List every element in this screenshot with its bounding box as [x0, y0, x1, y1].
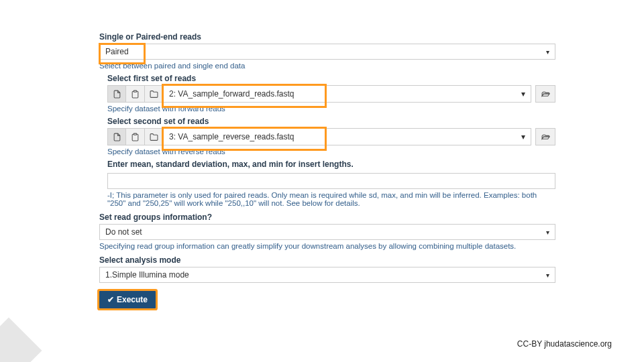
single-paired-select[interactable]: Paired ▾ [99, 44, 555, 60]
section-analysis-mode: Select analysis mode 1.Simple Illumina m… [99, 255, 555, 283]
mode-single-file-icon[interactable] [107, 128, 126, 145]
check-icon: ✔ [107, 295, 114, 304]
caret-icon: ▾ [521, 132, 525, 141]
tool-form: Single or Paired-end reads Paired ▾ Sele… [99, 32, 555, 308]
browse-dataset-button[interactable] [535, 128, 555, 145]
single-paired-value: Paired [105, 47, 129, 56]
corner-decoration [0, 318, 42, 362]
label-insert: Enter mean, standard deviation, max, and… [107, 160, 555, 169]
mode-collection-icon[interactable] [145, 85, 164, 103]
label-first-set: Select first set of reads [107, 74, 555, 83]
credit-text: CC-BY jhudatascience.org [517, 339, 612, 349]
svg-rect-1 [133, 133, 136, 135]
section-single-paired: Single or Paired-end reads Paired ▾ Sele… [99, 32, 555, 207]
label-second-set: Select second set of reads [107, 117, 555, 126]
help-read-groups: Specifying read group information can gr… [99, 242, 555, 250]
execute-button[interactable]: ✔ Execute [99, 291, 156, 308]
label-read-groups: Set read groups information? [99, 213, 555, 222]
mode-single-file-icon[interactable] [107, 85, 126, 103]
second-set-value: 3: VA_sample_reverse_reads.fastq [169, 132, 294, 141]
caret-icon: ▾ [521, 89, 525, 99]
help-first-set: Specify dataset with forward reads [107, 105, 555, 113]
mode-collection-icon[interactable] [145, 128, 164, 145]
insert-length-input[interactable] [107, 173, 555, 189]
mode-multi-file-icon[interactable] [126, 128, 145, 145]
read-groups-value: Do not set [105, 227, 142, 237]
help-single-paired: Select between paired and single end dat… [99, 62, 555, 70]
section-read-groups: Set read groups information? Do not set … [99, 213, 555, 250]
paired-subsection: Select first set of reads 2: VA_sample_f… [107, 74, 555, 207]
svg-rect-0 [133, 90, 136, 92]
first-set-value: 2: VA_sample_forward_reads.fastq [169, 89, 294, 99]
caret-icon: ▾ [546, 272, 549, 279]
help-second-set: Specify dataset with reverse reads [107, 147, 555, 156]
first-set-select[interactable]: 2: VA_sample_forward_reads.fastq ▾ [164, 85, 531, 103]
help-insert: -I; This parameter is only used for pair… [107, 191, 555, 207]
second-set-select[interactable]: 3: VA_sample_reverse_reads.fastq ▾ [164, 128, 531, 145]
read-groups-select[interactable]: Do not set ▾ [99, 224, 555, 240]
label-analysis-mode: Select analysis mode [99, 255, 555, 265]
execute-label: Execute [117, 295, 148, 304]
label-single-paired: Single or Paired-end reads [99, 32, 555, 42]
analysis-mode-value: 1.Simple Illumina mode [105, 270, 189, 280]
analysis-mode-select[interactable]: 1.Simple Illumina mode ▾ [99, 267, 555, 283]
browse-dataset-button[interactable] [535, 85, 555, 103]
mode-multi-file-icon[interactable] [126, 85, 145, 103]
caret-icon: ▾ [546, 48, 549, 56]
caret-icon: ▾ [546, 229, 549, 236]
